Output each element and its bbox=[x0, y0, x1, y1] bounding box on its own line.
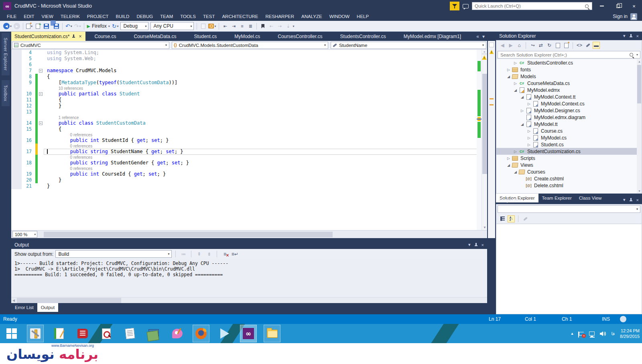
tree-item-course-cs[interactable]: ▷Course.cs bbox=[496, 127, 642, 134]
pin-icon[interactable] bbox=[629, 34, 633, 38]
tree-item-models[interactable]: ◢Models bbox=[496, 73, 642, 80]
expander-icon[interactable]: ◢ bbox=[512, 88, 518, 92]
redo-button[interactable]: ↷▾ bbox=[73, 22, 82, 30]
codelens-row[interactable]: 0 references bbox=[11, 132, 487, 138]
expander-icon[interactable]: ▷ bbox=[526, 136, 532, 140]
collapse-toggle[interactable]: − bbox=[39, 92, 43, 96]
menu-project[interactable]: PROJECT bbox=[83, 13, 112, 20]
taskbar-notes-button[interactable] bbox=[122, 325, 138, 342]
code-line[interactable]: 16 public int StudentId { get; set; } bbox=[11, 138, 487, 144]
codelens-row[interactable]: 0 references bbox=[11, 166, 487, 171]
restore-button[interactable] bbox=[612, 1, 624, 11]
feedback-icon[interactable] bbox=[463, 4, 469, 8]
clock[interactable]: 12:24 PM 8/29/2015 bbox=[620, 328, 640, 339]
status-feedback-icon[interactable] bbox=[620, 316, 626, 322]
tree-item-mymodel-context-tt[interactable]: ◢MyModel.Context.tt bbox=[496, 93, 642, 100]
close-icon[interactable]: × bbox=[636, 198, 639, 202]
code-line[interactable]: 17 public string StudentName { get; set;… bbox=[11, 149, 487, 155]
window-position-icon[interactable]: ▾ bbox=[623, 33, 626, 38]
close-button[interactable]: × bbox=[628, 1, 640, 11]
panel-tab-output[interactable]: Output bbox=[37, 303, 59, 312]
clear-all-button[interactable]: ≡ bbox=[221, 250, 229, 258]
tree-vertical-scrollbar[interactable]: ▲ ▼ bbox=[637, 59, 642, 193]
action-center-flag-icon[interactable] bbox=[579, 332, 584, 336]
code-line[interactable]: 18 public string StudentGender { get; se… bbox=[11, 160, 487, 166]
quick-launch-box[interactable] bbox=[472, 2, 592, 10]
configuration-dropdown[interactable]: Debug▾ bbox=[120, 22, 148, 30]
output-title-bar[interactable]: Output ▾ × bbox=[11, 241, 487, 249]
filter-icon-button[interactable] bbox=[450, 2, 459, 10]
expander-icon[interactable]: ◢ bbox=[519, 95, 525, 99]
close-icon[interactable]: × bbox=[78, 34, 82, 39]
expander-icon[interactable]: ▷ bbox=[526, 102, 532, 106]
menu-test[interactable]: TEST bbox=[199, 13, 218, 20]
menu-architecture[interactable]: ARCHITECTURE bbox=[218, 13, 262, 20]
expander-icon[interactable]: ▷ bbox=[512, 61, 518, 65]
taskbar-paint-button[interactable] bbox=[169, 325, 186, 342]
scrollbar-thumb[interactable] bbox=[17, 298, 121, 303]
menu-window[interactable]: WINDOW bbox=[326, 13, 353, 20]
code-area[interactable]: 4using System.Linq;5using System.Web;67−… bbox=[11, 50, 487, 230]
code-line[interactable]: 4using System.Linq; bbox=[11, 50, 487, 56]
solution-explorer-title-bar[interactable]: Solution Explorer ▾ × bbox=[496, 32, 642, 40]
project-dropdown[interactable]: CrudMVC ▾ bbox=[12, 42, 169, 49]
menu-help[interactable]: HELP bbox=[353, 13, 372, 20]
previous-bookmark-button[interactable]: ⇠ bbox=[267, 22, 275, 30]
search-box[interactable]: ▾ bbox=[498, 51, 640, 59]
menu-file[interactable]: FILE bbox=[3, 13, 20, 20]
increase-indent-button[interactable]: ≣ bbox=[246, 22, 254, 30]
codelens-row[interactable]: 10 references bbox=[11, 86, 487, 91]
editor-tab-studentscontroller-cs[interactable]: StudentsController.cs bbox=[331, 32, 395, 41]
platform-dropdown[interactable]: Any CPU▾ bbox=[150, 22, 194, 30]
next-bookmark-button[interactable]: ⇢ bbox=[276, 22, 284, 30]
pin-icon[interactable] bbox=[629, 198, 633, 202]
tree-item-mymodel-tt[interactable]: ◢MyModel.tt bbox=[496, 121, 642, 127]
refresh-button[interactable]: ↻▾ bbox=[111, 22, 120, 30]
warning-mark[interactable] bbox=[490, 98, 494, 99]
scroll-up-icon[interactable]: ▲ bbox=[638, 60, 641, 63]
se-sync-with-active-document-button[interactable]: ⇄ bbox=[537, 42, 544, 49]
language-indicator[interactable]: فا bbox=[611, 331, 615, 336]
menu-tools[interactable]: TOOLS bbox=[177, 13, 199, 20]
editor-horizontal-scrollbar[interactable] bbox=[40, 232, 485, 237]
code-line[interactable]: 10− public partial class Student bbox=[11, 91, 487, 97]
taskbar-search-doc-button[interactable] bbox=[98, 325, 115, 342]
se-collapse-all-button[interactable] bbox=[554, 42, 561, 49]
editor-vertical-scrollbar[interactable]: ≡ ▼ bbox=[482, 50, 487, 230]
se-view-code-button[interactable]: <> bbox=[576, 42, 583, 49]
tree-item-courses[interactable]: ◢Courses bbox=[496, 168, 642, 175]
codelens-row[interactable]: 0 references bbox=[11, 155, 487, 160]
close-icon[interactable]: × bbox=[482, 243, 484, 247]
window-position-icon[interactable]: ▾ bbox=[623, 197, 626, 202]
navigate-forward-button[interactable]: ▶ bbox=[13, 22, 21, 30]
tree-item-create-cshtml[interactable]: Create.cshtml bbox=[496, 175, 642, 182]
code-line[interactable]: 5using System.Web; bbox=[11, 56, 487, 62]
editor-tab-mymodel-edmx-diagram1[interactable]: MyModel.edmx [Diagram1] bbox=[395, 32, 470, 41]
expander-icon[interactable]: ▷ bbox=[512, 150, 518, 154]
attach-process-button[interactable] bbox=[199, 22, 207, 30]
tree-item-studentscontroller-cs[interactable]: ▷StudentsController.cs bbox=[496, 59, 642, 66]
sidebar-tab-toolbox[interactable]: Toolbox bbox=[2, 80, 10, 106]
menu-build[interactable]: BUILD bbox=[112, 13, 133, 20]
new-file-button[interactable]: ▾ bbox=[25, 22, 33, 30]
taskbar-photo-viewer-button[interactable] bbox=[145, 325, 162, 342]
navigate-back-button[interactable]: ◀▾ bbox=[2, 22, 12, 30]
menu-debug[interactable]: DEBUG bbox=[133, 13, 156, 20]
undo-button[interactable]: ↶▾ bbox=[65, 22, 73, 30]
pin-icon[interactable] bbox=[474, 243, 478, 247]
tree-item-student-cs[interactable]: ▷Student.cs bbox=[496, 141, 642, 148]
tree-item-coursemetadata-cs[interactable]: ▷CourseMetaData.cs bbox=[496, 80, 642, 87]
taskbar-firefox-button[interactable] bbox=[193, 325, 209, 342]
volume-icon[interactable] bbox=[600, 331, 606, 336]
code-line[interactable]: 15 { bbox=[11, 126, 487, 132]
collapse-toggle[interactable]: − bbox=[39, 121, 43, 125]
output-content[interactable]: 1>------ Build started: Project: CrudMVC… bbox=[11, 259, 487, 297]
menu-resharper[interactable]: RESHARPER bbox=[262, 13, 298, 20]
expander-icon[interactable]: ▷ bbox=[506, 68, 512, 72]
tree-item-mymodel-cs[interactable]: ▷MyModel.cs bbox=[496, 134, 642, 141]
window-position-icon[interactable]: ▾ bbox=[468, 242, 471, 247]
solution-search-input[interactable] bbox=[498, 53, 630, 57]
code-line[interactable]: 19 public int CourseId { get; set; } bbox=[11, 171, 487, 177]
expander-icon[interactable]: ◢ bbox=[506, 163, 512, 167]
close-icon[interactable]: × bbox=[636, 34, 639, 38]
